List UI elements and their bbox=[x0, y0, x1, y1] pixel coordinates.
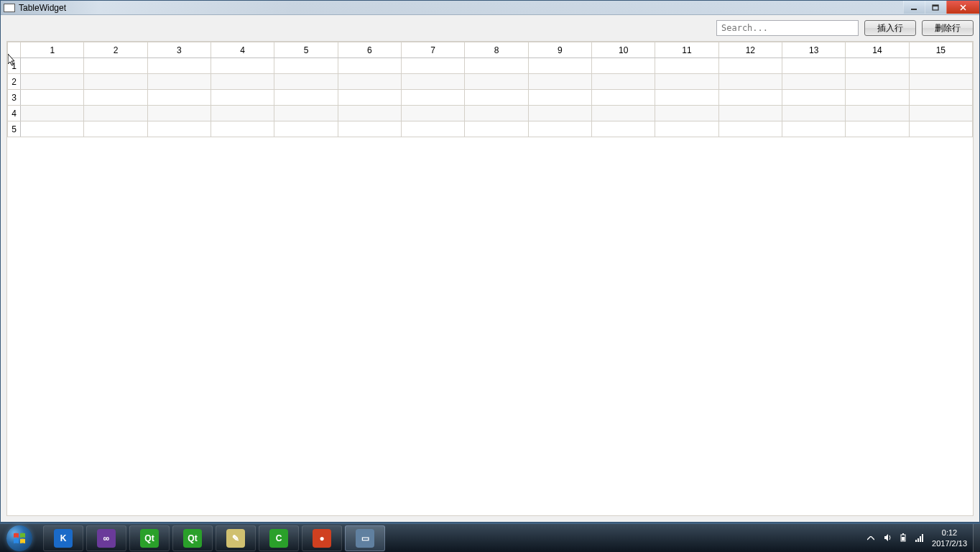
column-header[interactable]: 6 bbox=[338, 42, 401, 58]
table-cell[interactable] bbox=[211, 121, 274, 137]
table-cell[interactable] bbox=[147, 58, 211, 74]
column-header[interactable]: 3 bbox=[147, 42, 211, 58]
taskbar-item-recorder[interactable]: ● bbox=[302, 525, 342, 551]
column-header[interactable]: 4 bbox=[211, 42, 274, 58]
table-cell[interactable] bbox=[655, 58, 718, 74]
table-widget[interactable]: 123456789101112131415 12345 bbox=[6, 41, 974, 516]
network-icon[interactable] bbox=[915, 533, 925, 544]
table-cell[interactable] bbox=[528, 106, 591, 121]
table-cell[interactable] bbox=[338, 106, 401, 121]
table-cell[interactable] bbox=[465, 121, 528, 137]
table-cell[interactable] bbox=[592, 106, 655, 121]
column-header[interactable]: 11 bbox=[655, 42, 718, 58]
table-cell[interactable] bbox=[592, 121, 655, 137]
table-cell[interactable] bbox=[909, 106, 972, 121]
table-cell[interactable] bbox=[211, 74, 274, 90]
table-cell[interactable] bbox=[782, 74, 846, 90]
search-input[interactable] bbox=[716, 20, 859, 36]
table-cell[interactable] bbox=[402, 90, 465, 106]
column-header[interactable]: 2 bbox=[84, 42, 147, 58]
table-cell[interactable] bbox=[274, 90, 338, 106]
taskbar-item-visual-studio[interactable]: ∞ bbox=[86, 525, 126, 551]
column-header[interactable]: 7 bbox=[402, 42, 465, 58]
start-button[interactable] bbox=[0, 524, 39, 553]
table-cell[interactable] bbox=[84, 121, 147, 137]
taskbar-item-kugou[interactable]: K bbox=[43, 525, 83, 551]
column-header[interactable]: 15 bbox=[909, 42, 972, 58]
table-cell[interactable] bbox=[84, 90, 147, 106]
table-cell[interactable] bbox=[21, 58, 84, 74]
table-cell[interactable] bbox=[274, 121, 338, 137]
column-header[interactable]: 13 bbox=[782, 42, 846, 58]
table-cell[interactable] bbox=[782, 121, 846, 137]
table-cell[interactable] bbox=[909, 90, 972, 106]
table-cell[interactable] bbox=[338, 58, 401, 74]
table-cell[interactable] bbox=[655, 90, 718, 106]
table-cell[interactable] bbox=[147, 90, 211, 106]
table-cell[interactable] bbox=[718, 106, 782, 121]
column-header[interactable]: 1 bbox=[21, 42, 84, 58]
tray-expand-icon[interactable] bbox=[866, 533, 876, 543]
row-header[interactable]: 2 bbox=[8, 74, 21, 90]
column-header[interactable]: 10 bbox=[592, 42, 655, 58]
table-cell[interactable] bbox=[655, 121, 718, 137]
taskbar-item-qt-creator-2[interactable]: Qt bbox=[172, 525, 213, 551]
table-cell[interactable] bbox=[402, 106, 465, 121]
table-cell[interactable] bbox=[592, 74, 655, 90]
table-cell[interactable] bbox=[465, 58, 528, 74]
table-cell[interactable] bbox=[21, 74, 84, 90]
column-header[interactable]: 9 bbox=[528, 42, 591, 58]
volume-icon[interactable] bbox=[883, 533, 893, 544]
taskbar-item-qt-creator-1[interactable]: Qt bbox=[129, 525, 170, 551]
delete-row-button[interactable]: 删除行 bbox=[922, 20, 974, 36]
taskbar-item-tablewidget[interactable]: ▭ bbox=[345, 525, 385, 551]
table-cell[interactable] bbox=[846, 106, 909, 121]
column-header[interactable]: 14 bbox=[846, 42, 909, 58]
clock[interactable]: 0:12 2017/2/13 bbox=[932, 528, 967, 548]
taskbar-item-camtasia[interactable]: C bbox=[259, 525, 299, 551]
table-cell[interactable] bbox=[402, 74, 465, 90]
table-cell[interactable] bbox=[782, 90, 846, 106]
table-cell[interactable] bbox=[528, 90, 591, 106]
table-cell[interactable] bbox=[147, 121, 211, 137]
table-cell[interactable] bbox=[782, 58, 846, 74]
table-cell[interactable] bbox=[909, 121, 972, 137]
table-cell[interactable] bbox=[592, 90, 655, 106]
table-cell[interactable] bbox=[147, 106, 211, 121]
table-cell[interactable] bbox=[211, 90, 274, 106]
battery-icon[interactable] bbox=[899, 533, 909, 544]
table-cell[interactable] bbox=[465, 90, 528, 106]
table-cell[interactable] bbox=[846, 58, 909, 74]
table-cell[interactable] bbox=[402, 121, 465, 137]
table-cell[interactable] bbox=[465, 74, 528, 90]
table-cell[interactable] bbox=[211, 58, 274, 74]
minimize-button[interactable] bbox=[903, 1, 925, 14]
column-header[interactable]: 12 bbox=[718, 42, 782, 58]
table-cell[interactable] bbox=[465, 106, 528, 121]
close-button[interactable] bbox=[946, 1, 979, 14]
table-cell[interactable] bbox=[84, 74, 147, 90]
table-cell[interactable] bbox=[211, 106, 274, 121]
insert-row-button[interactable]: 插入行 bbox=[864, 20, 916, 36]
table-cell[interactable] bbox=[846, 121, 909, 137]
table-cell[interactable] bbox=[21, 106, 84, 121]
row-header[interactable]: 3 bbox=[8, 90, 21, 106]
table-cell[interactable] bbox=[274, 58, 338, 74]
column-header[interactable]: 8 bbox=[465, 42, 528, 58]
table-cell[interactable] bbox=[84, 58, 147, 74]
table-cell[interactable] bbox=[718, 58, 782, 74]
maximize-button[interactable] bbox=[925, 1, 946, 14]
column-header[interactable]: 5 bbox=[274, 42, 338, 58]
table-cell[interactable] bbox=[718, 74, 782, 90]
row-header[interactable]: 5 bbox=[8, 121, 21, 137]
table-cell[interactable] bbox=[592, 58, 655, 74]
table-cell[interactable] bbox=[718, 90, 782, 106]
table-cell[interactable] bbox=[21, 121, 84, 137]
table-cell[interactable] bbox=[402, 58, 465, 74]
table-cell[interactable] bbox=[338, 74, 401, 90]
titlebar[interactable]: TableWidget bbox=[1, 1, 979, 15]
table-cell[interactable] bbox=[147, 74, 211, 90]
row-header[interactable]: 4 bbox=[8, 106, 21, 121]
table-cell[interactable] bbox=[909, 58, 972, 74]
taskbar-item-notepad[interactable]: ✎ bbox=[216, 525, 256, 551]
